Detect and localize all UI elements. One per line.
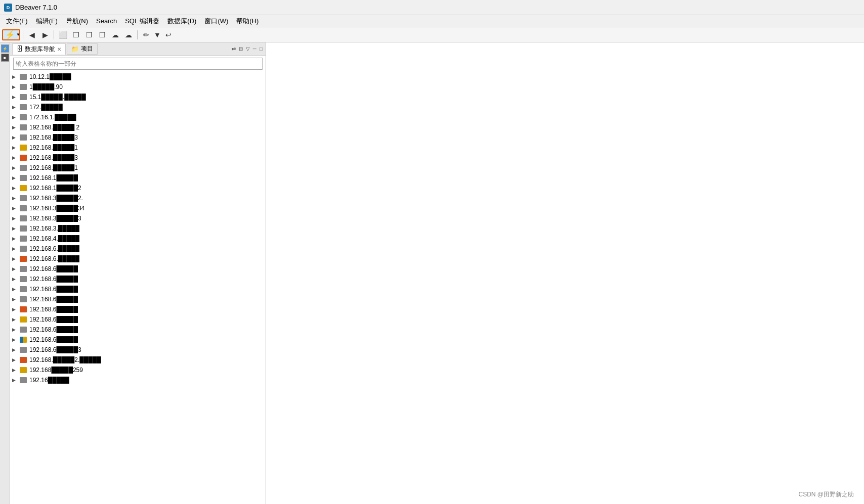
side-strip-btn-1[interactable]: ⚡ xyxy=(1,44,9,53)
search-input[interactable] xyxy=(14,60,262,67)
expand-arrow-icon[interactable]: ▶ xyxy=(12,216,19,221)
expand-arrow-icon[interactable]: ▶ xyxy=(12,175,19,180)
expand-arrow-icon[interactable]: ▶ xyxy=(12,206,19,211)
tree-item[interactable]: ▶1█████.90 xyxy=(10,82,266,92)
maximize-btn[interactable]: □ xyxy=(258,46,264,52)
tree-item[interactable]: ▶192.168.1█████ xyxy=(10,173,266,183)
node-icon xyxy=(19,296,27,303)
expand-arrow-icon[interactable]: ▶ xyxy=(12,125,19,130)
tree-item[interactable]: ▶192.168.6.█████ xyxy=(10,254,266,264)
toolbar-copy-btn[interactable]: ❐ xyxy=(70,29,82,40)
tree-item[interactable]: ▶192.168.3█████2. xyxy=(10,193,266,203)
toolbar-forward-btn[interactable]: ▶ xyxy=(39,29,51,40)
menu-item-help[interactable]: 帮助(H) xyxy=(232,16,263,27)
menu-item-file[interactable]: 文件(F) xyxy=(2,16,32,27)
toolbar-paste-btn[interactable]: ❐ xyxy=(83,29,95,40)
expand-arrow-icon[interactable]: ▶ xyxy=(12,287,19,292)
tree-item[interactable]: ▶192.168.6█████ xyxy=(10,284,266,294)
tree-item[interactable]: ▶192.168.█████3 xyxy=(10,132,266,143)
tree-item[interactable]: ▶192.168.█████3 xyxy=(10,153,266,163)
tree-list[interactable]: ▶10.12.1█████▶1█████.90▶15.1█████.█████▶… xyxy=(10,72,266,504)
expand-arrow-icon[interactable]: ▶ xyxy=(12,327,19,332)
tab-db-nav[interactable]: 🗄 数据库导航 ✕ xyxy=(12,43,66,55)
toolbar-dropdown-arrow-btn[interactable]: ▼ xyxy=(153,29,161,40)
expand-arrow-icon[interactable]: ▶ xyxy=(12,368,19,373)
node-label: 192.168.6█████ xyxy=(29,296,78,303)
menu-item-search[interactable]: Search xyxy=(92,16,121,26)
expand-arrow-icon[interactable]: ▶ xyxy=(12,155,19,160)
tree-item[interactable]: ▶192.168.6.█████ xyxy=(10,244,266,254)
node-icon xyxy=(19,114,27,121)
expand-arrow-icon[interactable]: ▶ xyxy=(12,307,19,312)
expand-arrow-icon[interactable]: ▶ xyxy=(12,226,19,231)
tree-item[interactable]: ▶192.168.3.█████ xyxy=(10,223,266,234)
expand-arrow-icon[interactable]: ▶ xyxy=(12,165,19,170)
tree-item[interactable]: ▶192.168.█████1 xyxy=(10,163,266,173)
expand-arrow-icon[interactable]: ▶ xyxy=(12,337,19,342)
toolbar-back-btn[interactable]: ◀ xyxy=(26,29,38,40)
expand-arrow-icon[interactable]: ▶ xyxy=(12,317,19,322)
tree-item[interactable]: ▶192.168.█████1 xyxy=(10,143,266,153)
tree-item[interactable]: ▶172.█████ xyxy=(10,102,266,112)
expand-arrow-icon[interactable]: ▶ xyxy=(12,297,19,302)
expand-arrow-icon[interactable]: ▶ xyxy=(12,196,19,201)
tree-item[interactable]: ▶192.168.4.█████ xyxy=(10,234,266,244)
tree-item[interactable]: ▶192.168.█████2.█████ xyxy=(10,355,266,365)
tree-item[interactable]: ▶192.168█████259 xyxy=(10,365,266,375)
collapse-btn[interactable]: ⊟ xyxy=(238,46,244,52)
toolbar-main-dropdown[interactable]: ⚡ ▼ xyxy=(2,29,20,40)
tab-db-nav-close[interactable]: ✕ xyxy=(57,47,61,52)
menu-item-window[interactable]: 窗口(W) xyxy=(200,16,232,27)
expand-arrow-icon[interactable]: ▶ xyxy=(12,95,19,100)
expand-arrow-icon[interactable]: ▶ xyxy=(12,186,19,191)
tree-item[interactable]: ▶192.168.6█████ xyxy=(10,304,266,314)
menu-item-sql[interactable]: SQL 编辑器 xyxy=(121,16,163,27)
side-strip-btn-2[interactable]: ■ xyxy=(1,54,9,62)
menu-btn[interactable]: ▽ xyxy=(245,46,251,52)
menu-item-nav[interactable]: 导航(N) xyxy=(62,16,92,27)
expand-arrow-icon[interactable]: ▶ xyxy=(12,115,19,120)
table-search-box[interactable] xyxy=(13,58,263,70)
tree-item[interactable]: ▶192.168.6█████ xyxy=(10,314,266,325)
toolbar-edit-btn[interactable]: ✏ xyxy=(140,29,152,40)
tree-item[interactable]: ▶192.168.█████ 2 xyxy=(10,122,266,132)
tree-item[interactable]: ▶192.168.6█████ xyxy=(10,294,266,304)
expand-arrow-icon[interactable]: ▶ xyxy=(12,105,19,110)
expand-arrow-icon[interactable]: ▶ xyxy=(12,357,19,362)
tree-item[interactable]: ▶192.168.6█████ xyxy=(10,325,266,335)
expand-arrow-icon[interactable]: ▶ xyxy=(12,74,19,79)
toolbar-separator-3 xyxy=(137,30,138,39)
tree-item[interactable]: ▶192.168.6█████ xyxy=(10,264,266,274)
expand-arrow-icon[interactable]: ▶ xyxy=(12,378,19,383)
tree-item[interactable]: ▶172.16.1.█████ xyxy=(10,112,266,122)
expand-arrow-icon[interactable]: ▶ xyxy=(12,84,19,89)
tree-item[interactable]: ▶192.168.6█████ xyxy=(10,335,266,345)
menu-item-edit[interactable]: 编辑(E) xyxy=(32,16,62,27)
expand-arrow-icon[interactable]: ▶ xyxy=(12,266,19,271)
expand-arrow-icon[interactable]: ▶ xyxy=(12,277,19,282)
expand-arrow-icon[interactable]: ▶ xyxy=(12,246,19,251)
tree-item[interactable]: ▶192.168.6█████ xyxy=(10,274,266,284)
minimize-btn[interactable]: ─ xyxy=(252,46,257,52)
toolbar-undo-btn[interactable]: ↩ xyxy=(162,29,175,40)
tree-item[interactable]: ▶10.12.1█████ xyxy=(10,72,266,82)
tree-item[interactable]: ▶192.168.3█████34 xyxy=(10,203,266,213)
toolbar-save-btn[interactable]: ❐ xyxy=(96,29,108,40)
menu-item-db[interactable]: 数据库(D) xyxy=(163,16,200,27)
tree-item[interactable]: ▶192.168.1█████2 xyxy=(10,183,266,193)
expand-arrow-icon[interactable]: ▶ xyxy=(12,256,19,261)
tab-projects[interactable]: 📁 项目 xyxy=(67,43,98,55)
node-label: 192.168.3█████34 xyxy=(29,205,84,212)
sync-btn[interactable]: ⇄ xyxy=(231,46,237,52)
tree-item[interactable]: ▶192.168.3█████3 xyxy=(10,213,266,223)
expand-arrow-icon[interactable]: ▶ xyxy=(12,145,19,150)
expand-arrow-icon[interactable]: ▶ xyxy=(12,236,19,241)
toolbar-cloud-btn[interactable]: ☁ xyxy=(109,29,121,40)
expand-arrow-icon[interactable]: ▶ xyxy=(12,135,19,140)
expand-arrow-icon[interactable]: ▶ xyxy=(12,347,19,352)
tree-item[interactable]: ▶192.16█████ xyxy=(10,375,266,385)
toolbar-upload-btn[interactable]: ☁ xyxy=(122,29,135,40)
tree-item[interactable]: ▶192.168.6█████3 xyxy=(10,345,266,355)
toolbar-new-btn[interactable]: ⬜ xyxy=(57,29,69,40)
tree-item[interactable]: ▶15.1█████.█████ xyxy=(10,92,266,102)
